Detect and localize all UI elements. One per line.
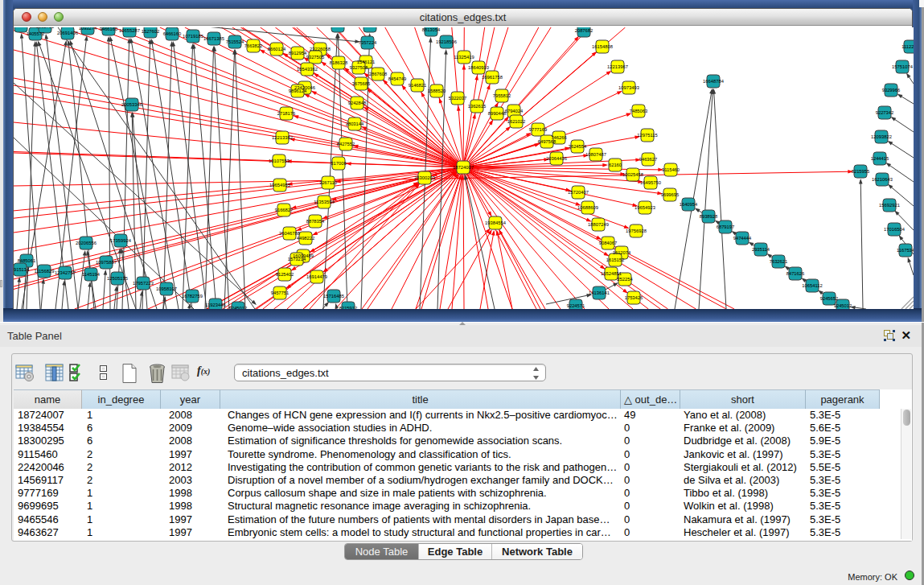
svg-text:10654112: 10654112 [802, 283, 822, 288]
svg-text:1640954: 1640954 [680, 202, 698, 207]
svg-text:8990448: 8990448 [488, 111, 507, 116]
svg-text:1612074: 1612074 [613, 250, 631, 255]
svg-text:16524851: 16524851 [601, 271, 622, 276]
svg-text:9245012: 9245012 [229, 306, 248, 309]
svg-text:8427552: 8427552 [337, 142, 355, 146]
svg-text:2405572: 2405572 [14, 27, 30, 28]
svg-text:1112274: 1112274 [901, 44, 914, 49]
svg-text:19218506: 19218506 [436, 39, 457, 44]
svg-text:8454749: 8454749 [388, 76, 407, 81]
svg-text:20364436: 20364436 [546, 156, 567, 161]
svg-text:16033809: 16033809 [327, 27, 348, 28]
svg-text:7357224: 7357224 [359, 40, 377, 45]
svg-text:317006: 317006 [331, 161, 346, 166]
svg-text:19654923: 19654923 [634, 205, 655, 210]
svg-text:10975887: 10975887 [96, 260, 117, 265]
svg-text:1753426: 1753426 [625, 295, 643, 300]
svg-text:1621022: 1621022 [507, 119, 526, 124]
svg-text:1546121: 1546121 [357, 60, 376, 64]
svg-text:17359924: 17359924 [110, 238, 132, 243]
svg-text:9466160: 9466160 [100, 27, 118, 31]
svg-text:16210643: 16210643 [872, 177, 893, 182]
svg-text:1405572: 1405572 [27, 31, 45, 36]
svg-text:18807249: 18807249 [588, 222, 609, 227]
svg-text:10655287: 10655287 [119, 28, 140, 33]
svg-text:10543362: 10543362 [297, 67, 318, 72]
svg-text:9242848: 9242848 [348, 101, 367, 105]
svg-text:9699695: 9699695 [661, 192, 680, 197]
svg-text:8471626: 8471626 [786, 271, 805, 276]
svg-text:9245652: 9245652 [820, 296, 839, 301]
svg-text:15720407: 15720407 [568, 190, 589, 195]
svg-text:10688609: 10688609 [577, 205, 598, 210]
svg-text:17016504: 17016504 [884, 227, 906, 232]
svg-text:16782759: 16782759 [182, 294, 203, 299]
svg-text:9327505: 9327505 [306, 55, 325, 60]
svg-text:2935114: 2935114 [752, 247, 770, 252]
svg-text:1167534: 1167534 [897, 248, 914, 253]
svg-text:15692921: 15692921 [879, 203, 900, 208]
svg-text:2718176: 2718176 [277, 111, 296, 116]
svg-text:10107553: 10107553 [269, 159, 290, 163]
svg-text:8813774: 8813774 [361, 27, 380, 28]
svg-text:10719185: 10719185 [183, 34, 203, 39]
svg-text:9084067: 9084067 [599, 241, 618, 245]
svg-text:9931731: 9931731 [36, 27, 55, 29]
svg-text:8938928: 8938928 [700, 214, 718, 219]
svg-text:9245012: 9245012 [834, 303, 852, 308]
svg-text:8485061: 8485061 [18, 258, 36, 263]
svg-text:20206556: 20206556 [76, 241, 97, 245]
svg-text:10807487: 10807487 [585, 152, 606, 157]
svg-text:15751074: 15751074 [892, 64, 914, 69]
svg-text:16671385: 16671385 [203, 36, 224, 41]
svg-text:11156829: 11156829 [35, 269, 55, 274]
svg-text:18724007: 18724007 [453, 165, 474, 170]
svg-text:12975115: 12975115 [637, 133, 657, 138]
svg-text:3267110: 3267110 [319, 180, 337, 185]
svg-text:8878354: 8878354 [306, 219, 325, 224]
svg-text:9329966: 9329966 [882, 88, 901, 93]
svg-text:3624554: 3624554 [569, 144, 587, 149]
svg-text:11325419: 11325419 [454, 55, 474, 60]
svg-text:1615152: 1615152 [606, 257, 625, 262]
svg-text:19384554: 19384554 [485, 220, 507, 225]
svg-text:5322037: 5322037 [449, 96, 467, 101]
svg-text:62160: 62160 [609, 163, 622, 167]
svg-text:9227342: 9227342 [876, 110, 894, 115]
svg-text:16495750: 16495750 [640, 180, 661, 185]
svg-text:9463627: 9463627 [639, 157, 658, 162]
svg-text:9327508: 9327508 [350, 65, 368, 70]
svg-text:12342757: 12342757 [55, 270, 76, 275]
svg-text:7663822: 7663822 [244, 43, 263, 48]
svg-text:12213967: 12213967 [607, 64, 628, 69]
svg-text:1093274: 1093274 [79, 27, 97, 31]
svg-text:10025458: 10025458 [622, 172, 643, 177]
svg-text:8813054: 8813054 [422, 27, 441, 32]
svg-text:19756928: 19756928 [626, 229, 647, 233]
svg-text:9125402: 9125402 [276, 272, 294, 277]
svg-text:9457751: 9457751 [271, 290, 290, 295]
svg-text:25300203: 25300203 [414, 175, 435, 180]
svg-text:9896124: 9896124 [289, 89, 307, 93]
svg-text:20691406: 20691406 [57, 31, 78, 35]
svg-text:20053346: 20053346 [121, 102, 142, 107]
svg-text:8215955: 8215955 [852, 169, 870, 174]
svg-text:7515524: 7515524 [226, 39, 244, 44]
svg-text:7955812: 7955812 [493, 93, 511, 98]
svg-text:9474444: 9474444 [733, 236, 752, 241]
svg-text:11923446: 11923446 [205, 303, 225, 307]
svg-text:6794024: 6794024 [505, 109, 524, 113]
svg-text:8186328: 8186328 [330, 60, 348, 65]
svg-text:18640910: 18640910 [468, 65, 489, 70]
svg-text:252254: 252254 [617, 277, 633, 282]
svg-text:1362615: 1362615 [468, 104, 487, 109]
svg-text:12093822: 12093822 [871, 134, 892, 139]
svg-text:9224571: 9224571 [567, 303, 585, 308]
svg-text:2087682: 2087682 [575, 28, 593, 33]
svg-text:17957223: 17957223 [133, 281, 154, 286]
svg-text:9115460: 9115460 [662, 167, 680, 172]
svg-text:3675685: 3675685 [352, 81, 371, 86]
svg-text:8912954: 8912954 [289, 51, 307, 56]
svg-text:12505135: 12505135 [107, 276, 128, 281]
svg-text:15716485: 15716485 [323, 294, 344, 299]
